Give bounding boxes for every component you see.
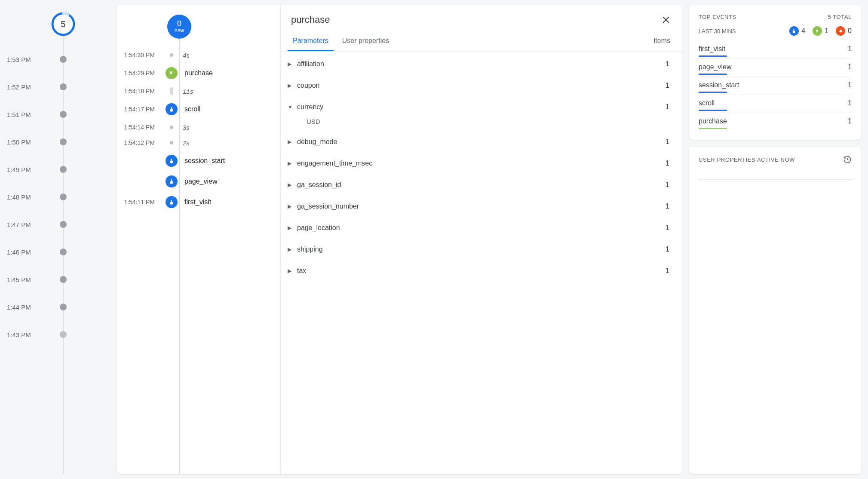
seconds-time: 1:54:14 PM <box>117 124 163 131</box>
top-event-row[interactable]: scroll1 <box>699 95 852 113</box>
seconds-bubble[interactable]: 0 new <box>167 15 191 39</box>
duration-row: 1:54:14 PM3s <box>117 120 280 135</box>
top-event-bar <box>699 55 727 57</box>
seconds-bubble-count: 0 <box>177 20 181 28</box>
minute-time: 1:50 PM <box>7 138 48 146</box>
event-row[interactable]: 1:54:17 PMscroll <box>117 99 280 120</box>
minute-time: 1:44 PM <box>7 304 48 311</box>
minute-dot <box>60 138 67 145</box>
top-event-name: purchase <box>699 117 727 125</box>
top-events-total: 5 TOTAL <box>828 14 852 20</box>
parameter-row[interactable]: ▶affiliation1 <box>281 53 682 75</box>
flag-icon <box>166 67 178 79</box>
tap-icon <box>166 155 178 167</box>
right-column: TOP EVENTS 5 TOTAL LAST 30 MINS 4 <box>689 5 861 474</box>
user-properties-divider <box>699 179 852 180</box>
top-events-heading: TOP EVENTS <box>699 14 736 20</box>
flag-icon <box>813 26 822 36</box>
parameter-list[interactable]: ▶affiliation1▶coupon1▼currency1USD▶debug… <box>281 52 682 474</box>
duration-row: 1:54:18 PM11s <box>117 83 280 99</box>
duration-row: 1:54:30 PM4s <box>117 47 280 63</box>
top-event-bar <box>699 74 727 75</box>
minute-dot <box>60 221 67 228</box>
minute-time: 1:45 PM <box>7 276 48 283</box>
parameter-name: ga_session_number <box>297 203 666 210</box>
parameter-name: tax <box>297 267 666 275</box>
parameter-row[interactable]: ▶tax1 <box>281 260 682 282</box>
tab-items[interactable]: Items <box>648 32 675 51</box>
minute-bubble[interactable]: 5 <box>51 12 75 36</box>
parameter-count: 1 <box>666 160 669 167</box>
parameter-row[interactable]: ▶page_location1 <box>281 217 682 239</box>
minute-row[interactable]: 1:49 PM <box>7 156 110 183</box>
parameter-count: 1 <box>666 267 669 275</box>
tab-user-properties[interactable]: User properties <box>337 32 394 51</box>
top-event-count: 1 <box>848 45 852 53</box>
top-events-card: TOP EVENTS 5 TOTAL LAST 30 MINS 4 <box>689 5 861 140</box>
minute-row[interactable]: 1:52 PM <box>7 73 110 101</box>
top-event-count: 1 <box>848 99 852 107</box>
parameter-row[interactable]: ▶coupon1 <box>281 75 682 96</box>
minute-row[interactable]: 1:44 PM <box>7 293 110 321</box>
debugview-app: 5 1:53 PM1:52 PM1:51 PM1:50 PM1:49 PM1:4… <box>0 0 868 479</box>
parameter-row[interactable]: ▶debug_mode1 <box>281 131 682 153</box>
event-row[interactable]: 1:54:11 PMfirst_visit <box>117 192 280 212</box>
top-event-name: session_start <box>699 81 739 89</box>
minute-time: 1:49 PM <box>7 166 48 173</box>
parameter-row[interactable]: ▶ga_session_number1 <box>281 196 682 217</box>
parameter-row[interactable]: ▼currency1 <box>281 96 682 118</box>
tab-parameters[interactable]: Parameters <box>288 32 334 51</box>
event-name: purchase <box>184 69 213 77</box>
duration-label: 3s <box>183 124 190 131</box>
parameter-name: ga_session_id <box>297 181 666 189</box>
expand-arrow-icon: ▶ <box>288 268 297 274</box>
top-event-row[interactable]: page_view1 <box>699 59 852 77</box>
minute-row[interactable]: 1:47 PM <box>7 211 110 238</box>
minute-dot <box>60 331 67 338</box>
parameter-name: engagement_time_msec <box>297 160 666 167</box>
minute-row[interactable]: 1:45 PM <box>7 266 110 293</box>
minute-row[interactable]: 1:46 PM <box>7 238 110 266</box>
top-event-row[interactable]: session_start1 <box>699 77 852 95</box>
minute-dot <box>60 111 67 118</box>
parameter-row[interactable]: ▶shipping1 <box>281 239 682 260</box>
parameter-name: currency <box>297 103 666 111</box>
parameter-row[interactable]: ▶ga_session_id1 <box>281 174 682 196</box>
minute-row[interactable]: 1:48 PM <box>7 183 110 211</box>
minute-row[interactable]: 1:53 PM <box>7 46 110 73</box>
event-detail-panel: purchase Parameters User properties Item… <box>280 5 682 474</box>
expand-arrow-icon: ▶ <box>288 225 297 231</box>
seconds-timeline: 0 new 1:54:30 PM4s1:54:29 PMpurchase1:54… <box>117 5 280 474</box>
duration-label: 4s <box>183 52 190 59</box>
top-event-count: 1 <box>848 117 852 125</box>
minute-time: 1:48 PM <box>7 193 48 201</box>
close-icon[interactable] <box>660 14 672 26</box>
bug-icon <box>836 26 845 36</box>
parameter-row[interactable]: ▶engagement_time_msec1 <box>281 153 682 174</box>
top-event-bar <box>699 110 727 111</box>
expand-arrow-icon: ▶ <box>288 182 297 188</box>
parameter-count: 1 <box>666 103 669 111</box>
tap-icon <box>166 175 178 187</box>
duration-dot <box>170 141 173 144</box>
minute-row[interactable]: 1:43 PM <box>7 321 110 348</box>
seconds-time: 1:54:17 PM <box>117 106 163 113</box>
minute-row[interactable]: 1:50 PM <box>7 128 110 156</box>
svg-point-1 <box>839 30 842 32</box>
minute-time: 1:51 PM <box>7 111 48 118</box>
duration-dot <box>170 126 173 129</box>
minute-timeline: 5 1:53 PM1:52 PM1:51 PM1:50 PM1:49 PM1:4… <box>7 5 110 474</box>
parameter-name: coupon <box>297 82 666 89</box>
history-icon[interactable] <box>843 155 852 164</box>
event-row[interactable]: 1:54:29 PMpurchase <box>117 63 280 83</box>
minute-row[interactable]: 1:51 PM <box>7 101 110 128</box>
minute-time: 1:43 PM <box>7 331 48 338</box>
event-row[interactable]: page_view <box>117 171 280 192</box>
top-event-count: 1 <box>848 63 852 71</box>
minute-time: 1:53 PM <box>7 56 48 63</box>
event-row[interactable]: session_start <box>117 150 280 171</box>
duration-row: 1:54:12 PM2s <box>117 135 280 150</box>
top-event-row[interactable]: first_visit1 <box>699 41 852 59</box>
top-event-row[interactable]: purchase1 <box>699 113 852 131</box>
minute-dot <box>60 166 67 173</box>
